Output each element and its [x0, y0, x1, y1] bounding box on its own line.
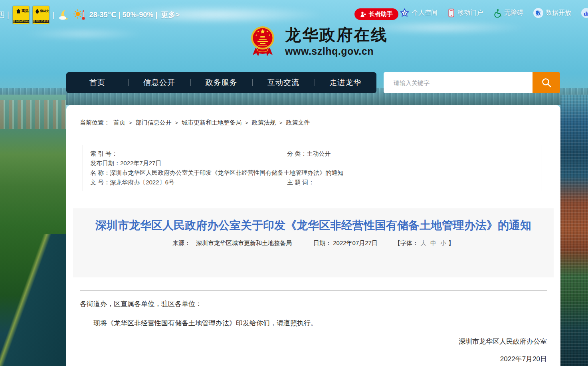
quick-link-mobile-portal[interactable]: 移动门户 — [447, 8, 483, 18]
doc-name-label: 名 称： — [90, 169, 110, 176]
bar-chart-icon — [581, 8, 588, 18]
weather-bar: 四 | 高温 黄 HEATWAVE 森林火险 黄 WILD-FIRE | — [0, 6, 180, 24]
nav-item-info-disclosure[interactable]: 信息公开 — [128, 72, 190, 93]
elder-assistant-button[interactable]: 长者助手 — [354, 8, 398, 20]
search-button[interactable] — [533, 72, 560, 93]
site-title: 龙华政府在线 — [285, 26, 388, 44]
background-park-photo — [0, 95, 66, 366]
doc-number-label: 文 号： — [90, 179, 110, 186]
breadcrumb-bureau[interactable]: 城市更新和土地整备局 — [182, 119, 242, 127]
document-meta-table: 索 引 号： 分 类：主动公开 发布日期：2022年7月27日 名 称：深圳市龙… — [83, 145, 542, 191]
heatwave-warning-level: 黄 HEATWAVE — [13, 20, 29, 23]
date-value: 2022年07月27日 — [333, 239, 378, 246]
article-paragraph-salutation: 各街道办，区直属各单位，驻区各单位： — [80, 299, 547, 309]
svg-text:★: ★ — [268, 34, 271, 36]
wildfire-warning-level: 黄 WILD-FIRE — [33, 20, 49, 23]
doc-name-value: 深圳市龙华区人民政府办公室关于印发《龙华区非经营性国有储备土地管理办法》的通知 — [110, 169, 343, 176]
font-size-label: 【字体： — [394, 239, 418, 247]
quick-link-open-data[interactable]: 数 数据开放 — [533, 8, 571, 18]
breadcrumb-separator: > — [245, 120, 248, 126]
section-divider — [80, 290, 547, 291]
quick-link-label: 无障碍 — [504, 9, 523, 17]
star-icon: 2 — [400, 8, 410, 18]
quick-link-label: 移动门户 — [457, 9, 483, 17]
weather-summary: 28-35℃ | 50%-90% | — [89, 10, 157, 19]
breadcrumb: 当前位置： 首页 > 部门信息公开 > 城市更新和土地整备局 > 政策法规 > … — [80, 119, 310, 127]
site-logo[interactable]: ★ ★ ★ ★ 龙华政府在线 www.szlhq.gov.cn — [250, 26, 388, 57]
quick-link-data-release[interactable]: 数据发布 — [581, 8, 588, 18]
sun-thermometer-icon — [73, 9, 85, 21]
breadcrumb-separator: > — [175, 120, 178, 126]
heatwave-icon — [16, 9, 21, 14]
content-panel: 当前位置： 首页 > 部门信息公开 > 城市更新和土地整备局 > 政策法规 > … — [66, 105, 560, 366]
search-box — [384, 72, 560, 93]
font-size-small-button[interactable]: 小 — [440, 239, 446, 247]
quick-links: 2 个人空间 移动门户 无障碍 数 数据开放 — [400, 8, 588, 18]
article-title: 深圳市龙华区人民政府办公室关于印发《龙华区非经营性国有储备土地管理办法》的通知 — [87, 217, 539, 234]
site-url: www.szlhq.gov.cn — [285, 46, 388, 57]
wildfire-icon — [35, 9, 39, 14]
date-label: 日期： — [313, 239, 331, 246]
national-emblem-icon: ★ ★ ★ ★ — [250, 26, 275, 57]
article-signature: 深圳市龙华区人民政府办公室 — [80, 337, 547, 346]
breadcrumb-label: 当前位置： — [80, 119, 110, 127]
font-size-medium-button[interactable]: 中 — [430, 239, 436, 247]
heatwave-warning-label: 高温 — [22, 9, 26, 13]
moon-cloud-icon — [58, 9, 70, 21]
article-meta-line: 来源： 深圳市龙华区城市更新和土地整备局 日期： 2022年07月27日 【字体… — [73, 239, 554, 247]
category-label: 分 类： — [287, 150, 307, 157]
font-size-label-end: 】 — [448, 239, 454, 247]
svg-text:★: ★ — [266, 30, 269, 33]
weather-more-link[interactable]: 更多> — [161, 10, 180, 20]
nav-item-home[interactable]: 首页 — [66, 72, 128, 93]
weekday-fragment: 四 | — [0, 10, 9, 20]
article-body: 各街道办，区直属各单位，驻区各单位： 现将《龙华区非经营性国有储备土地管理办法》… — [80, 299, 547, 364]
svg-text:★: ★ — [255, 34, 257, 36]
mobile-phone-icon — [447, 8, 455, 18]
quick-link-label: 数据开放 — [546, 9, 571, 17]
doc-number-value: 深龙华府办〔2022〕6号 — [110, 179, 174, 186]
elder-assistant-label: 长者助手 — [369, 10, 393, 18]
divider: | — [53, 11, 55, 19]
category-value: 主动公开 — [307, 150, 331, 157]
breadcrumb-separator: > — [279, 120, 283, 126]
source-label: 来源： — [172, 239, 190, 247]
wildfire-warning-label: 森林火险 — [40, 10, 46, 13]
font-size-large-button[interactable]: 大 — [420, 239, 426, 247]
breadcrumb-home[interactable]: 首页 — [113, 119, 125, 127]
wheelchair-icon — [493, 9, 502, 18]
index-number-label: 索 引 号： — [90, 150, 117, 157]
nav-item-about-longhua[interactable]: 走进龙华 — [315, 72, 376, 93]
background-buildings-photo — [560, 95, 588, 366]
breadcrumb-dept-info[interactable]: 部门信息公开 — [136, 119, 172, 127]
source-value: 深圳市龙华区城市更新和土地整备局 — [196, 239, 292, 247]
breadcrumb-separator: > — [129, 120, 132, 126]
search-icon — [541, 77, 552, 88]
data-open-icon: 数 — [533, 8, 543, 18]
svg-text:2: 2 — [404, 11, 406, 15]
background-cloud — [24, 28, 144, 40]
wildfire-warning-badge: 森林火险 黄 WILD-FIRE — [33, 6, 49, 24]
subject-words-label: 主 题 词： — [287, 179, 314, 186]
article-sign-date: 2022年7月20日 — [80, 354, 547, 364]
svg-text:★: ★ — [257, 30, 259, 33]
breadcrumb-policy-docs[interactable]: 政策文件 — [286, 119, 310, 127]
nav-item-gov-services[interactable]: 政务服务 — [190, 72, 252, 93]
breadcrumb-policies[interactable]: 政策法规 — [252, 119, 276, 127]
elder-person-icon — [360, 11, 366, 18]
nav-item-interaction[interactable]: 互动交流 — [252, 72, 314, 93]
quick-link-label: 个人空间 — [412, 9, 438, 17]
page: 四 | 高温 黄 HEATWAVE 森林火险 黄 WILD-FIRE | — [0, 0, 588, 366]
quick-link-personal-space[interactable]: 2 个人空间 — [400, 8, 438, 18]
quick-link-accessibility[interactable]: 无障碍 — [493, 8, 523, 18]
publish-date-label: 发布日期： — [90, 160, 120, 166]
main-nav: 首页 信息公开 政务服务 互动交流 走进龙华 — [66, 72, 376, 93]
search-input[interactable] — [384, 72, 533, 93]
publish-date-value: 2022年7月27日 — [120, 160, 161, 166]
article-title-block: 深圳市龙华区人民政府办公室关于印发《龙华区非经营性国有储备土地管理办法》的通知 … — [73, 208, 554, 277]
article-paragraph-main: 现将《龙华区非经营性国有储备土地管理办法》印发给你们，请遵照执行。 — [80, 319, 547, 328]
heatwave-warning-badge: 高温 黄 HEATWAVE — [13, 6, 29, 24]
